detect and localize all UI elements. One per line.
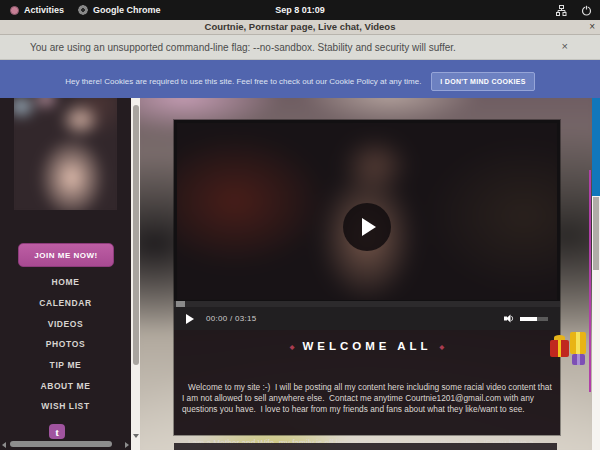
social-icon[interactable]: t [49,424,65,439]
infobar-message: You are using an unsupported command-lin… [30,42,456,53]
browser-title-bar: Courtnie, Pornstar page, Live chat, Vide… [0,20,600,35]
sidebar-horizontal-scrollbar[interactable] [0,440,131,449]
video-controls: 00:00 / 03:15 [174,307,560,330]
diamond-icon: ◆ [440,343,445,350]
gift-icon[interactable] [572,354,585,365]
scroll-down-icon[interactable] [133,434,139,438]
welcome-text: Welcome to my site :-) I will be posting… [182,359,552,450]
power-icon[interactable] [581,5,592,16]
time-display: 00:00 / 03:15 [206,314,257,323]
page-scroll-thumb[interactable] [593,197,599,270]
next-section-bar [174,443,557,450]
page-vertical-scrollbar[interactable] [592,196,600,450]
gift-widget-divider [589,170,591,392]
profile-photo[interactable] [14,98,117,210]
welcome-heading: ◆ WELCOME ALL ◆ [174,340,560,352]
page-card: 00:00 / 03:15 [174,120,560,435]
clock[interactable]: Sep 8 01:09 [0,5,600,15]
volume-level [520,317,537,321]
vertical-scroll-thumb[interactable] [133,105,139,365]
sidebar-item-photos[interactable]: PHOTOS [0,334,131,355]
play-button[interactable] [186,314,194,324]
cookie-banner: Hey there! Cookies are required to use t… [0,60,600,98]
network-icon[interactable] [556,5,567,16]
sidebar-item-home[interactable]: HOME [0,272,131,293]
window-close-button[interactable]: × [589,20,595,34]
play-icon [362,218,376,236]
video-player[interactable]: 00:00 / 03:15 [174,120,560,330]
sidebar-vertical-scrollbar[interactable] [131,98,140,450]
desktop-top-bar: Activities Google Chrome Sep 8 01:09 [0,0,600,20]
cookie-accept-button[interactable]: I DON'T MIND COOKIES [431,72,534,91]
sidebar-item-about-me[interactable]: ABOUT ME [0,375,131,396]
welcome-section: ◆ WELCOME ALL ◆ Welcome to my site :-) I… [174,330,560,435]
sidebar-menu: HOME CALENDAR VIDEOS PHOTOS TIP ME ABOUT… [0,272,131,417]
play-overlay-button[interactable] [343,203,391,251]
main-content: 00:00 / 03:15 [140,98,592,450]
sidebar: JOIN ME NOW! HOME CALENDAR VIDEOS PHOTOS… [0,98,131,450]
gift-icon[interactable] [570,332,586,354]
infobar-close-icon[interactable]: × [562,40,568,52]
scroll-left-icon[interactable] [2,442,6,448]
screen: Activities Google Chrome Sep 8 01:09 [0,0,600,450]
sidebar-item-calendar[interactable]: CALENDAR [0,293,131,314]
cookie-message: Hey there! Cookies are required to use t… [65,77,421,86]
volume-icon[interactable] [504,310,515,328]
scroll-right-icon[interactable] [125,442,129,448]
site-content: JOIN ME NOW! HOME CALENDAR VIDEOS PHOTOS… [0,98,600,450]
sidebar-item-tip-me[interactable]: TIP ME [0,355,131,376]
welcome-title: WELCOME ALL [302,340,431,352]
join-now-button[interactable]: JOIN ME NOW! [18,243,114,267]
volume-slider[interactable] [520,317,548,321]
gift-icon[interactable] [550,340,569,357]
horizontal-scroll-thumb[interactable] [10,441,112,447]
sidebar-item-wish-list[interactable]: WISH LIST [0,396,131,417]
diamond-icon: ◆ [290,343,295,350]
sidebar-item-videos[interactable]: VIDEOS [0,313,131,334]
welcome-paragraph-1: Welcome to my site :-) I will be posting… [182,382,552,416]
window-title: Courtnie, Pornstar page, Live chat, Vide… [0,21,600,32]
chrome-infobar: You are using an unsupported command-lin… [0,35,600,60]
